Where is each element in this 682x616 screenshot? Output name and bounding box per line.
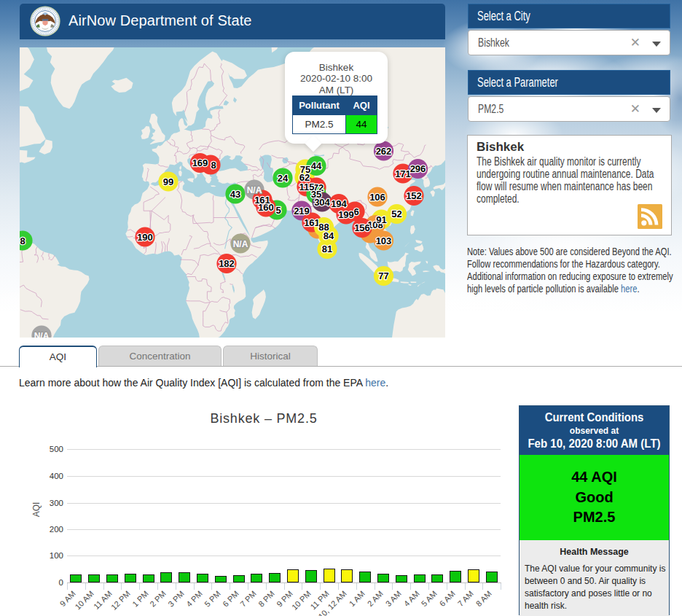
svg-text:91: 91 — [376, 214, 386, 225]
svg-text:N/A: N/A — [34, 331, 50, 338]
svg-text:169: 169 — [192, 157, 208, 168]
svg-text:8: 8 — [211, 160, 216, 171]
svg-text:152: 152 — [406, 190, 422, 201]
svg-text:8: 8 — [20, 235, 25, 246]
svg-text:52: 52 — [391, 208, 401, 219]
svg-text:171: 171 — [395, 168, 411, 179]
svg-text:194: 194 — [331, 198, 347, 209]
svg-text:44: 44 — [311, 160, 322, 171]
svg-text:304: 304 — [314, 197, 330, 208]
svg-text:99: 99 — [163, 176, 173, 187]
svg-text:N/A: N/A — [247, 185, 262, 195]
svg-text:156: 156 — [354, 222, 370, 233]
svg-text:103: 103 — [376, 235, 392, 246]
svg-text:84: 84 — [324, 230, 334, 241]
svg-text:6: 6 — [353, 206, 358, 217]
svg-text:N/A: N/A — [233, 239, 248, 249]
svg-text:161: 161 — [254, 195, 270, 206]
svg-text:75: 75 — [300, 164, 310, 175]
svg-text:5: 5 — [275, 205, 281, 216]
svg-text:182: 182 — [219, 258, 235, 269]
svg-text:190: 190 — [137, 232, 153, 243]
svg-text:296: 296 — [410, 163, 426, 174]
svg-text:106: 106 — [369, 192, 385, 203]
svg-text:262: 262 — [376, 146, 392, 157]
svg-text:199: 199 — [338, 209, 354, 220]
svg-text:43: 43 — [230, 189, 240, 200]
svg-text:24: 24 — [278, 173, 289, 184]
svg-text:81: 81 — [322, 243, 332, 254]
svg-text:77: 77 — [378, 270, 388, 281]
svg-text:219: 219 — [294, 206, 310, 217]
svg-text:161: 161 — [304, 217, 320, 228]
